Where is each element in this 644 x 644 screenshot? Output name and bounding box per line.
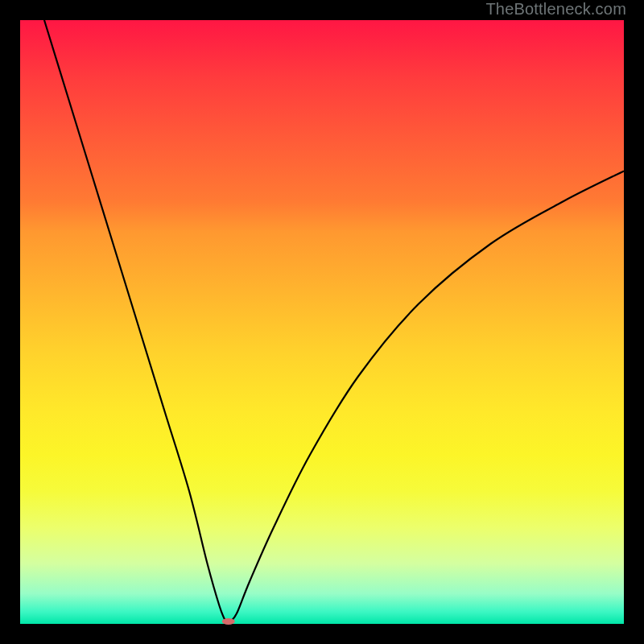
chart-frame: TheBottleneck.com	[0, 0, 644, 644]
minimum-marker	[222, 618, 235, 625]
bottleneck-curve	[44, 20, 624, 624]
watermark-text: TheBottleneck.com	[485, 0, 626, 19]
plot-area	[20, 20, 624, 624]
curve-svg	[20, 20, 624, 624]
